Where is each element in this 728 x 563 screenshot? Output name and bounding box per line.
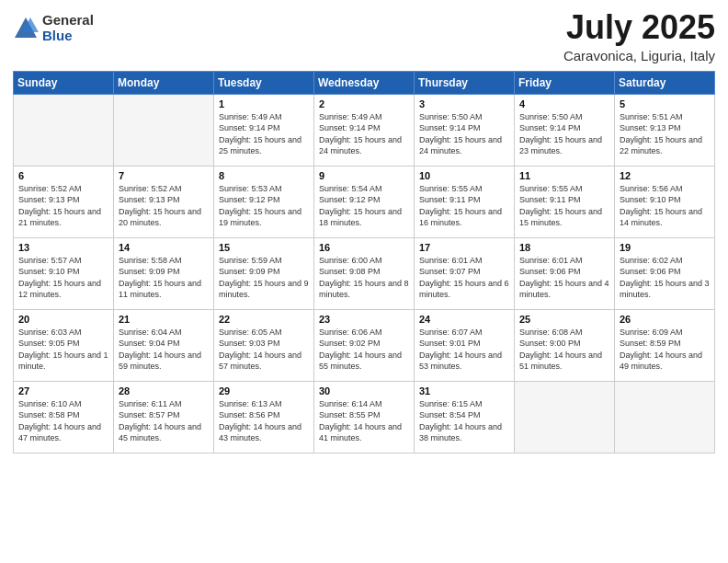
day-detail: Sunrise: 5:52 AM Sunset: 9:13 PM Dayligh… — [18, 183, 108, 229]
day-detail: Sunrise: 5:56 AM Sunset: 9:10 PM Dayligh… — [620, 183, 710, 229]
day-number: 8 — [219, 170, 309, 181]
table-row: 20Sunrise: 6:03 AM Sunset: 9:05 PM Dayli… — [14, 309, 114, 381]
logo-general-label: General — [42, 13, 94, 29]
calendar-week-row: 27Sunrise: 6:10 AM Sunset: 8:58 PM Dayli… — [14, 381, 715, 453]
day-number: 12 — [620, 170, 710, 181]
day-detail: Sunrise: 6:01 AM Sunset: 9:07 PM Dayligh… — [419, 255, 509, 301]
day-number: 9 — [319, 170, 409, 181]
title-block: July 2025 Caravonica, Liguria, Italy — [563, 9, 715, 63]
table-row: 22Sunrise: 6:05 AM Sunset: 9:03 PM Dayli… — [214, 309, 314, 381]
logo-icon — [13, 16, 39, 41]
table-row: 10Sunrise: 5:55 AM Sunset: 9:11 PM Dayli… — [415, 166, 515, 237]
table-row: 19Sunrise: 6:02 AM Sunset: 9:06 PM Dayli… — [615, 237, 715, 309]
header-saturday: Saturday — [615, 71, 715, 94]
table-row: 12Sunrise: 5:56 AM Sunset: 9:10 PM Dayli… — [615, 166, 715, 237]
table-row: 31Sunrise: 6:15 AM Sunset: 8:54 PM Dayli… — [415, 381, 515, 453]
header-monday: Monday — [114, 71, 214, 94]
day-detail: Sunrise: 5:52 AM Sunset: 9:13 PM Dayligh… — [119, 183, 209, 229]
day-detail: Sunrise: 5:57 AM Sunset: 9:10 PM Dayligh… — [18, 255, 108, 301]
day-number: 11 — [519, 170, 609, 181]
calendar-page: General Blue July 2025 Caravonica, Ligur… — [0, 0, 728, 563]
day-number: 17 — [419, 242, 509, 253]
table-row: 25Sunrise: 6:08 AM Sunset: 9:00 PM Dayli… — [515, 309, 615, 381]
logo-blue-label: Blue — [42, 29, 94, 44]
day-number: 1 — [219, 98, 309, 109]
table-row: 7Sunrise: 5:52 AM Sunset: 9:13 PM Daylig… — [114, 166, 214, 237]
day-detail: Sunrise: 6:09 AM Sunset: 8:59 PM Dayligh… — [620, 327, 710, 373]
day-number: 18 — [519, 242, 609, 253]
day-detail: Sunrise: 5:54 AM Sunset: 9:12 PM Dayligh… — [319, 183, 409, 229]
day-detail: Sunrise: 6:04 AM Sunset: 9:04 PM Dayligh… — [119, 327, 209, 373]
day-number: 13 — [18, 242, 108, 253]
day-detail: Sunrise: 6:08 AM Sunset: 9:00 PM Dayligh… — [519, 327, 609, 373]
table-row: 30Sunrise: 6:14 AM Sunset: 8:55 PM Dayli… — [314, 381, 415, 453]
table-row: 13Sunrise: 5:57 AM Sunset: 9:10 PM Dayli… — [14, 237, 114, 309]
day-number: 2 — [319, 98, 409, 109]
day-detail: Sunrise: 6:10 AM Sunset: 8:58 PM Dayligh… — [18, 398, 108, 444]
day-detail: Sunrise: 5:50 AM Sunset: 9:14 PM Dayligh… — [419, 111, 509, 157]
table-row: 29Sunrise: 6:13 AM Sunset: 8:56 PM Dayli… — [214, 381, 314, 453]
header-thursday: Thursday — [415, 71, 515, 94]
table-row: 14Sunrise: 5:58 AM Sunset: 9:09 PM Dayli… — [114, 237, 214, 309]
day-number: 24 — [419, 314, 509, 325]
day-number: 6 — [18, 170, 108, 181]
header-wednesday: Wednesday — [314, 71, 415, 94]
table-row: 4Sunrise: 5:50 AM Sunset: 9:14 PM Daylig… — [515, 94, 615, 166]
header-friday: Friday — [515, 71, 615, 94]
day-detail: Sunrise: 5:59 AM Sunset: 9:09 PM Dayligh… — [219, 255, 309, 301]
day-detail: Sunrise: 6:01 AM Sunset: 9:06 PM Dayligh… — [519, 255, 609, 301]
table-row: 5Sunrise: 5:51 AM Sunset: 9:13 PM Daylig… — [615, 94, 715, 166]
table-row: 6Sunrise: 5:52 AM Sunset: 9:13 PM Daylig… — [14, 166, 114, 237]
logo-text: General Blue — [42, 13, 94, 43]
table-row — [515, 381, 615, 453]
day-detail: Sunrise: 6:05 AM Sunset: 9:03 PM Dayligh… — [219, 327, 309, 373]
header: General Blue July 2025 Caravonica, Ligur… — [13, 9, 715, 63]
table-row — [615, 381, 715, 453]
day-number: 15 — [219, 242, 309, 253]
table-row: 28Sunrise: 6:11 AM Sunset: 8:57 PM Dayli… — [114, 381, 214, 453]
day-number: 27 — [18, 385, 108, 396]
day-number: 5 — [620, 98, 710, 109]
day-number: 4 — [519, 98, 609, 109]
calendar-title: July 2025 — [563, 9, 715, 46]
day-number: 3 — [419, 98, 509, 109]
table-row — [114, 94, 214, 166]
table-row: 23Sunrise: 6:06 AM Sunset: 9:02 PM Dayli… — [314, 309, 415, 381]
day-detail: Sunrise: 6:14 AM Sunset: 8:55 PM Dayligh… — [319, 398, 409, 444]
day-detail: Sunrise: 5:55 AM Sunset: 9:11 PM Dayligh… — [419, 183, 509, 229]
table-row: 11Sunrise: 5:55 AM Sunset: 9:11 PM Dayli… — [515, 166, 615, 237]
table-row: 1Sunrise: 5:49 AM Sunset: 9:14 PM Daylig… — [214, 94, 314, 166]
day-detail: Sunrise: 6:07 AM Sunset: 9:01 PM Dayligh… — [419, 327, 509, 373]
day-detail: Sunrise: 6:03 AM Sunset: 9:05 PM Dayligh… — [18, 327, 108, 373]
day-number: 14 — [119, 242, 209, 253]
day-detail: Sunrise: 6:11 AM Sunset: 8:57 PM Dayligh… — [119, 398, 209, 444]
header-sunday: Sunday — [14, 71, 114, 94]
day-detail: Sunrise: 5:53 AM Sunset: 9:12 PM Dayligh… — [219, 183, 309, 229]
day-detail: Sunrise: 6:15 AM Sunset: 8:54 PM Dayligh… — [419, 398, 509, 444]
calendar-week-row: 6Sunrise: 5:52 AM Sunset: 9:13 PM Daylig… — [14, 166, 715, 237]
day-detail: Sunrise: 5:49 AM Sunset: 9:14 PM Dayligh… — [219, 111, 309, 157]
day-number: 26 — [620, 314, 710, 325]
calendar-week-row: 13Sunrise: 5:57 AM Sunset: 9:10 PM Dayli… — [14, 237, 715, 309]
day-detail: Sunrise: 5:55 AM Sunset: 9:11 PM Dayligh… — [519, 183, 609, 229]
day-detail: Sunrise: 6:13 AM Sunset: 8:56 PM Dayligh… — [219, 398, 309, 444]
calendar-week-row: 1Sunrise: 5:49 AM Sunset: 9:14 PM Daylig… — [14, 94, 715, 166]
calendar-week-row: 20Sunrise: 6:03 AM Sunset: 9:05 PM Dayli… — [14, 309, 715, 381]
weekday-header-row: Sunday Monday Tuesday Wednesday Thursday… — [14, 71, 715, 94]
day-detail: Sunrise: 5:50 AM Sunset: 9:14 PM Dayligh… — [519, 111, 609, 157]
table-row — [14, 94, 114, 166]
table-row: 2Sunrise: 5:49 AM Sunset: 9:14 PM Daylig… — [314, 94, 415, 166]
day-number: 23 — [319, 314, 409, 325]
table-row: 8Sunrise: 5:53 AM Sunset: 9:12 PM Daylig… — [214, 166, 314, 237]
table-row: 26Sunrise: 6:09 AM Sunset: 8:59 PM Dayli… — [615, 309, 715, 381]
day-detail: Sunrise: 5:49 AM Sunset: 9:14 PM Dayligh… — [319, 111, 409, 157]
day-number: 28 — [119, 385, 209, 396]
day-number: 7 — [119, 170, 209, 181]
table-row: 27Sunrise: 6:10 AM Sunset: 8:58 PM Dayli… — [14, 381, 114, 453]
logo: General Blue — [13, 13, 94, 43]
table-row: 16Sunrise: 6:00 AM Sunset: 9:08 PM Dayli… — [314, 237, 415, 309]
day-number: 19 — [620, 242, 710, 253]
day-number: 25 — [519, 314, 609, 325]
day-detail: Sunrise: 6:06 AM Sunset: 9:02 PM Dayligh… — [319, 327, 409, 373]
table-row: 21Sunrise: 6:04 AM Sunset: 9:04 PM Dayli… — [114, 309, 214, 381]
